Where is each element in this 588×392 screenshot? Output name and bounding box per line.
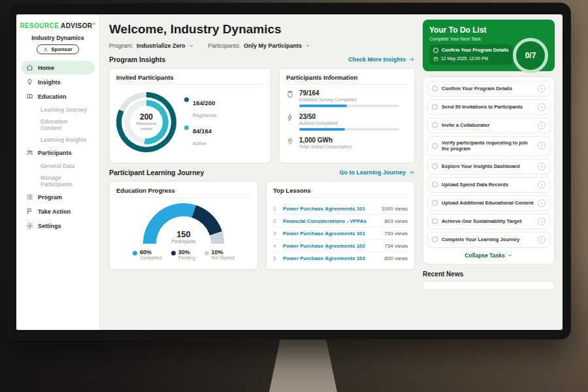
- due-date: 12 May 2025, 12:00 PM: [441, 56, 488, 61]
- chevron-right-icon: [540, 183, 544, 187]
- monitor-bezel: RESOURCE ADVISOR+ Industry Dynamics Spon…: [8, 3, 571, 340]
- participants-dropdown[interactable]: Participants: Only My Participants: [208, 42, 311, 49]
- sidebar-item-learning-insights[interactable]: Learning Insights: [21, 134, 95, 146]
- invited-participants-card: Invited Participants 200 Participants In…: [109, 68, 271, 163]
- recent-news-title: Recent News: [423, 270, 555, 278]
- task-row-complete-learning-journey[interactable]: Complete Your Learning Journey: [427, 232, 550, 248]
- task-open-button[interactable]: [538, 103, 546, 111]
- bolt-icon: [286, 114, 294, 122]
- task-open-button[interactable]: [538, 218, 546, 225]
- checkbox-icon[interactable]: [432, 218, 438, 224]
- legend-label: Pending: [178, 255, 195, 260]
- chevron-down-icon: [189, 43, 194, 48]
- list-icon: [26, 193, 33, 201]
- info-label: Actions Completed: [299, 121, 408, 125]
- lesson-row[interactable]: 3 Power Purchase Agreements 101 793 view…: [273, 227, 408, 240]
- task-open-button[interactable]: [538, 163, 546, 171]
- lesson-views: 1000 views: [382, 206, 408, 212]
- task-open-button[interactable]: [538, 181, 546, 189]
- task-label: Verify participants requesting to join t…: [442, 140, 534, 152]
- sidebar-item-manage-participants[interactable]: Manage Participants: [21, 172, 95, 190]
- sidebar-item-settings[interactable]: Settings: [21, 219, 95, 233]
- desk-photo-background: RESOURCE ADVISOR+ Industry Dynamics Spon…: [0, 0, 588, 392]
- checkbox-icon[interactable]: [432, 237, 438, 242]
- checkbox-icon[interactable]: [432, 122, 438, 128]
- app-logo: RESOURCE ADVISOR+: [16, 21, 99, 29]
- checkbox-icon[interactable]: [432, 182, 438, 188]
- sidebar-item-label: Home: [38, 65, 54, 71]
- lesson-row[interactable]: 4 Power Purchase Agreements 102 734 view…: [273, 240, 408, 252]
- task-open-button[interactable]: [538, 199, 546, 207]
- task-open-button[interactable]: [538, 85, 546, 93]
- sidebar-item-program[interactable]: Program: [21, 190, 95, 204]
- sidebar-item-education[interactable]: Education: [21, 90, 95, 103]
- sidebar-item-education-content[interactable]: Education Content: [21, 116, 95, 134]
- sidebar-item-learning-journey[interactable]: Learning Journey: [21, 104, 95, 116]
- logo-secondary: ADVISOR: [61, 22, 92, 29]
- checkbox-icon[interactable]: [432, 86, 438, 91]
- legend-label: Not Started: [212, 255, 235, 260]
- checkbox-icon[interactable]: [432, 163, 438, 169]
- task-row-upload-spend-data[interactable]: Upload Spend Data Records: [427, 177, 550, 193]
- participants-label: Participants:: [208, 42, 241, 49]
- task-row-send-invitations[interactable]: Send 50 Invitations to Participants: [427, 99, 550, 115]
- sidebar-item-take-action[interactable]: Take Action: [21, 204, 95, 218]
- checkbox-icon[interactable]: [432, 143, 438, 149]
- lesson-title: Financial Considerations - VPPAs: [283, 218, 380, 224]
- task-open-button[interactable]: [538, 236, 546, 244]
- chevron-right-icon: [540, 165, 544, 169]
- todo-progress-ring: 0/7: [513, 38, 548, 73]
- checkbox-icon[interactable]: [432, 200, 438, 206]
- center-column: Welcome, Industry Dynamics Program: Indu…: [109, 20, 415, 330]
- task-open-button[interactable]: [538, 122, 546, 129]
- todo-progress-value: 0/7: [525, 51, 536, 60]
- monitor-stand: [269, 340, 337, 392]
- learning-journey-title: Participant Learning Journey: [109, 169, 204, 176]
- task-row-confirm-program[interactable]: Confirm Your Program Details: [427, 81, 550, 97]
- lesson-views: 803 views: [384, 218, 408, 224]
- lesson-views: 793 views: [384, 231, 408, 237]
- sidebar: RESOURCE ADVISOR+ Industry Dynamics Spon…: [16, 14, 100, 330]
- sidebar-item-label: Take Action: [38, 208, 71, 215]
- donut-center-value: 200: [140, 112, 153, 122]
- chevron-up-icon: [508, 253, 513, 258]
- gauge-center-label: Participants: [143, 239, 224, 244]
- task-row-explore-insights[interactable]: Explore Your Insights Dashboard: [427, 159, 550, 174]
- sidebar-item-participants[interactable]: Participants: [21, 146, 95, 159]
- gauge-legend: 60% Completed 30% Pending: [116, 249, 251, 260]
- card-title: Participants Information: [286, 74, 408, 85]
- participants-information-card: Participants Information 79/164 Emission…: [279, 68, 415, 163]
- sidebar-item-home[interactable]: Home: [21, 61, 95, 74]
- program-label: Program:: [109, 42, 133, 49]
- home-icon: [26, 64, 33, 71]
- sponsor-badge[interactable]: Sponsor: [37, 44, 78, 54]
- collapse-tasks-link[interactable]: Collapse Tasks: [427, 250, 550, 260]
- survey-progress-bar: [299, 105, 399, 107]
- checkbox-icon[interactable]: [432, 104, 438, 110]
- task-label: Upload Additional Educational Content: [442, 200, 534, 206]
- lesson-row[interactable]: 1 Power Purchase Agreements 101 1000 vie…: [273, 203, 408, 215]
- task-row-upload-educational-content[interactable]: Upload Additional Educational Content: [427, 195, 550, 211]
- chevron-right-icon: [540, 238, 544, 242]
- program-dropdown[interactable]: Program: Industrialize Zero: [109, 42, 194, 49]
- task-open-button[interactable]: [538, 142, 546, 150]
- task-row-verify-participants[interactable]: Verify participants requesting to join t…: [427, 136, 550, 156]
- task-row-achieve-target[interactable]: Achieve One Sustainability Target: [427, 214, 550, 229]
- lesson-row[interactable]: 5 Power Purchase Agreements 103 600 view…: [273, 252, 408, 264]
- info-label: Emission Survey Completed: [299, 97, 408, 102]
- next-task-box[interactable]: Confirm Your Program Details 12 May 2025…: [429, 44, 513, 65]
- lesson-row[interactable]: 2 Financial Considerations - VPPAs 803 v…: [273, 215, 408, 227]
- legend-dot-not-started: [204, 251, 209, 255]
- calendar-icon: [433, 56, 438, 61]
- task-row-invite-collaborator[interactable]: Invite a Collaborator: [427, 118, 550, 133]
- check-more-insights-link[interactable]: Check More Insights: [348, 56, 415, 63]
- legend-dot-active: [184, 125, 189, 130]
- legend-dot-completed: [133, 251, 137, 255]
- info-value: 23/50: [299, 113, 408, 120]
- card-title: Top Lessons: [273, 187, 408, 198]
- go-to-learning-journey-link[interactable]: Go to Learning Journey: [339, 169, 415, 176]
- sidebar-item-general-data[interactable]: General Data: [21, 160, 95, 172]
- chevron-right-icon: [540, 87, 544, 91]
- sidebar-item-insights[interactable]: Insights: [21, 75, 95, 89]
- checkbox-icon[interactable]: [433, 48, 438, 53]
